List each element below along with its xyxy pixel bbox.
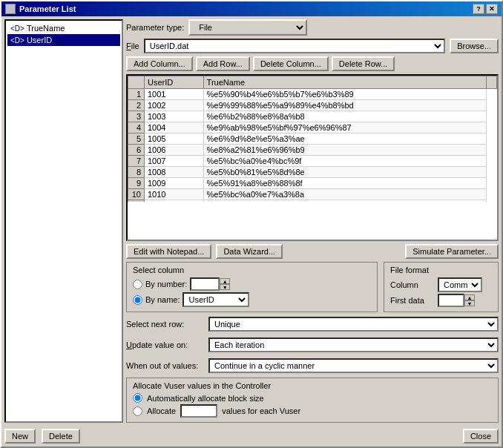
select-next-label: Select next row: bbox=[126, 320, 204, 329]
table-body: 1 1001 %e5%90%b4%e6%b5%b7%e6%b3%89 2 100… bbox=[128, 89, 497, 202]
ff-spinner-buttons: ▲ ▼ bbox=[464, 294, 475, 306]
ff-firstdata-row: First data 1 ▲ ▼ bbox=[390, 294, 492, 307]
row-truename: %e6%9d%8e%e5%a3%ae bbox=[203, 134, 486, 145]
table-row[interactable]: 1 1001 %e5%90%b4%e6%b5%b7%e6%b3%89 bbox=[128, 89, 497, 100]
select-column-box: Select column By number: 1 ▲ ▼ bbox=[126, 262, 378, 312]
data-table-container: UserID TrueName 1 1001 %e5%90%b4%e6%b5%b… bbox=[126, 74, 499, 241]
close-button[interactable]: ✕ bbox=[486, 4, 498, 14]
ff-spinner-down[interactable]: ▼ bbox=[464, 300, 475, 306]
select-next-select[interactable]: UniqueSequentialRandomSame Line as <para… bbox=[208, 317, 499, 332]
actions-row: Edit with Notepad... Data Wizard... Simu… bbox=[126, 244, 499, 259]
table-row[interactable]: 11 1011 %e8%ae%a1%e6%38%8e%e9%9c%88 bbox=[128, 200, 497, 202]
edit-notepad-button[interactable]: Edit with Notepad... bbox=[126, 244, 211, 259]
table-wrapper[interactable]: UserID TrueName 1 1001 %e5%90%b4%e6%b5%b… bbox=[128, 76, 497, 202]
sidebar-item-userid[interactable]: <D>UserID bbox=[7, 34, 120, 46]
spinner-buttons: ▲ ▼ bbox=[220, 278, 230, 290]
title-buttons: ? ✕ bbox=[473, 4, 498, 14]
table-row[interactable]: 6 1006 %e8%a2%81%e6%96%b9 bbox=[128, 145, 497, 156]
row-num: 5 bbox=[128, 134, 145, 145]
sidebar-item-icon: <D> bbox=[10, 24, 24, 33]
allocate-auto-label: Automatically allocate block size bbox=[147, 394, 264, 403]
sidebar-item-truename[interactable]: <D>TrueName bbox=[7, 22, 120, 34]
row-num: 9 bbox=[128, 178, 145, 189]
by-number-spinner: 1 ▲ ▼ bbox=[190, 277, 230, 291]
by-number-input[interactable]: 1 bbox=[190, 277, 220, 291]
by-name-row: By name: UserIDTrueName bbox=[133, 292, 371, 307]
file-label: File bbox=[126, 42, 139, 50]
spinner-down[interactable]: ▼ bbox=[220, 284, 230, 290]
file-row: File UserID.dat Browse... bbox=[126, 39, 499, 53]
browse-button[interactable]: Browse... bbox=[450, 39, 499, 53]
row-num: 1 bbox=[128, 89, 145, 100]
add-column-button[interactable]: Add Column... bbox=[126, 56, 193, 71]
update-value-select[interactable]: Each iterationEach occurrenceOnce bbox=[208, 337, 499, 352]
col-num-header bbox=[128, 76, 145, 89]
by-name-select[interactable]: UserIDTrueName bbox=[183, 292, 249, 307]
row-num: 3 bbox=[128, 111, 145, 122]
table-row[interactable]: 9 1009 %e5%91%a8%e8%88%8f bbox=[128, 178, 497, 189]
row-userid: 1010 bbox=[145, 189, 204, 200]
new-button[interactable]: New bbox=[4, 429, 36, 444]
when-out-row: When out of values: Continue in a cyclic… bbox=[126, 358, 499, 373]
row-truename: %e9%99%88%e5%a9%89%e4%b8%bd bbox=[203, 100, 486, 111]
ff-column-label: Column bbox=[390, 280, 435, 289]
spinner-up[interactable]: ▲ bbox=[220, 278, 230, 284]
close-dialog-button[interactable]: Close bbox=[463, 429, 499, 444]
allocate-title: Allocate Vuser values in the Controller bbox=[133, 381, 492, 390]
table-row[interactable]: 4 1004 %e9%ab%98%e5%bf%97%e6%96%87 bbox=[128, 122, 497, 134]
help-button[interactable]: ? bbox=[473, 4, 484, 14]
allocate-auto-row: Automatically allocate block size bbox=[133, 393, 492, 403]
row-userid: 1003 bbox=[145, 111, 204, 122]
add-row-button[interactable]: Add Row... bbox=[196, 56, 250, 71]
row-userid: 1011 bbox=[145, 200, 204, 202]
window-icon bbox=[5, 4, 16, 14]
row-truename: %e5%90%b4%e6%b5%b7%e6%b3%89 bbox=[203, 89, 486, 100]
select-next-row: Select next row: UniqueSequentialRandomS… bbox=[126, 317, 499, 332]
table-row[interactable]: 8 1008 %e5%b0%81%e5%8d%8e bbox=[128, 167, 497, 178]
footer-left: New Delete bbox=[4, 429, 80, 444]
param-type-label: Parameter type: bbox=[126, 23, 184, 32]
allocate-manual-input[interactable] bbox=[180, 404, 217, 418]
by-number-row: By number: 1 ▲ ▼ bbox=[133, 277, 371, 291]
sidebar: <D>TrueName<D>UserID bbox=[4, 19, 123, 423]
delete-column-button[interactable]: Delete Column... bbox=[253, 56, 329, 71]
by-name-label: By name: bbox=[145, 295, 180, 304]
ff-spinner-up[interactable]: ▲ bbox=[464, 294, 475, 300]
table-row[interactable]: 5 1005 %e6%9d%8e%e5%a3%ae bbox=[128, 134, 497, 145]
ff-column-select[interactable]: CommaTabSpace bbox=[438, 277, 482, 292]
update-value-row: Update value on: Each iterationEach occu… bbox=[126, 337, 499, 352]
col-userid-header: UserID bbox=[145, 76, 204, 89]
content-area: <D>TrueName<D>UserID Parameter type: Fil… bbox=[1, 16, 502, 426]
delete-button[interactable]: Delete bbox=[42, 429, 80, 444]
by-name-radio[interactable] bbox=[133, 295, 142, 305]
table-row[interactable]: 2 1002 %e9%99%88%e5%a9%89%e4%b8%bd bbox=[128, 100, 497, 111]
row-userid: 1008 bbox=[145, 167, 204, 178]
param-type-select[interactable]: FileDate/TimeGroup NameIteration NumberL… bbox=[188, 19, 307, 36]
sidebar-item-label: TrueName bbox=[27, 24, 65, 33]
allocate-manual-radio[interactable] bbox=[133, 406, 142, 416]
allocate-box: Allocate Vuser values in the Controller … bbox=[126, 378, 499, 423]
row-num: 6 bbox=[128, 145, 145, 156]
ff-firstdata-input[interactable]: 1 bbox=[438, 294, 464, 307]
file-format-box: File format Column CommaTabSpace First d… bbox=[384, 262, 499, 312]
footer-row: New Delete Close bbox=[1, 426, 502, 447]
row-userid: 1001 bbox=[145, 89, 204, 100]
table-row[interactable]: 3 1003 %e6%b2%88%e8%8a%b8 bbox=[128, 111, 497, 122]
sidebar-item-icon: <D> bbox=[10, 36, 24, 45]
data-wizard-button[interactable]: Data Wizard... bbox=[216, 244, 283, 259]
file-select[interactable]: UserID.dat bbox=[144, 39, 445, 53]
row-num: 10 bbox=[128, 189, 145, 200]
table-row[interactable]: 10 1010 %e5%bc%a0%e7%a3%8a bbox=[128, 189, 497, 200]
row-truename: %e5%bc%a0%e7%a3%8a bbox=[203, 189, 486, 200]
by-number-radio[interactable] bbox=[133, 280, 142, 289]
allocate-auto-radio[interactable] bbox=[133, 393, 142, 403]
row-truename: %e8%a2%81%e6%96%b9 bbox=[203, 145, 486, 156]
when-out-label: When out of values: bbox=[126, 361, 204, 370]
when-out-select[interactable]: Continue in a cyclic mannerAbort VuserCo… bbox=[208, 358, 499, 373]
delete-row-button[interactable]: Delete Row... bbox=[332, 56, 395, 71]
file-format-title: File format bbox=[390, 266, 492, 274]
table-row[interactable]: 7 1007 %e5%bc%a0%e4%bc%9f bbox=[128, 156, 497, 167]
by-number-label: By number: bbox=[145, 280, 187, 289]
simulate-param-button[interactable]: Simulate Parameter... bbox=[405, 244, 499, 259]
data-table: UserID TrueName 1 1001 %e5%90%b4%e6%b5%b… bbox=[128, 76, 497, 202]
